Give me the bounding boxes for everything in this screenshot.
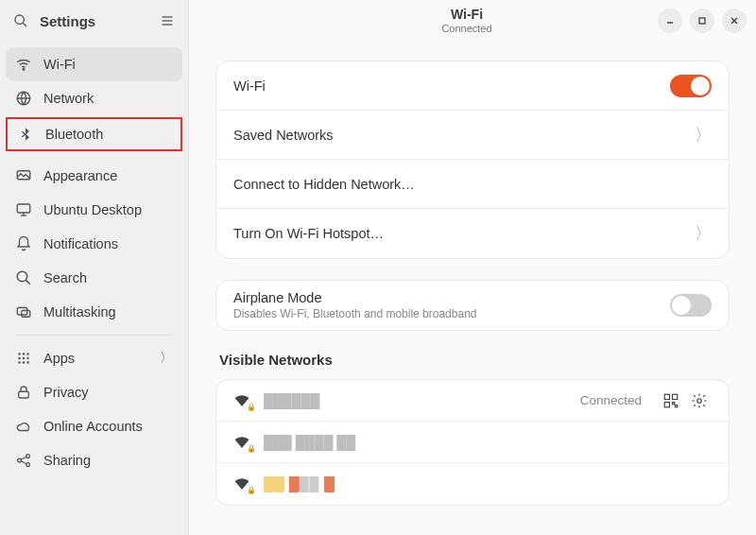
title-text: Wi-Fi <box>451 8 483 22</box>
appearance-icon <box>15 167 32 184</box>
svg-line-1 <box>23 23 26 26</box>
qr-code-icon <box>662 392 679 409</box>
sidebar-item-sharing[interactable]: Sharing <box>6 443 182 477</box>
bell-icon <box>15 235 32 252</box>
sidebar-title: Settings <box>34 13 154 29</box>
sidebar-item-label: Network <box>43 91 173 106</box>
svg-point-17 <box>26 353 28 354</box>
svg-line-29 <box>21 461 26 464</box>
network-settings-button[interactable] <box>687 388 712 413</box>
globe-icon <box>15 90 32 107</box>
wifi-toggle[interactable] <box>670 75 712 97</box>
airplane-toggle[interactable] <box>670 294 712 317</box>
minimize-button[interactable] <box>658 9 682 33</box>
content-area: Wi-Fi Saved Networks 〉 Connect to Hidden… <box>189 42 756 535</box>
sidebar-item-privacy[interactable]: Privacy <box>6 375 182 409</box>
grid-icon <box>15 350 32 367</box>
wifi-toggle-row[interactable]: Wi-Fi <box>216 61 729 111</box>
svg-line-12 <box>26 281 30 285</box>
sidebar-item-label: Appearance <box>43 168 173 183</box>
airplane-mode-card: Airplane Mode Disables Wi-Fi, Bluetooth … <box>215 280 730 331</box>
hotspot-row[interactable]: Turn On Wi-Fi Hotspot… 〉 <box>216 209 729 258</box>
airplane-label: Airplane Mode <box>233 290 670 305</box>
network-ssid: ██████ <box>264 393 580 408</box>
svg-point-20 <box>26 357 28 359</box>
maximize-button[interactable] <box>690 9 714 33</box>
close-button[interactable] <box>722 9 747 33</box>
share-icon <box>15 452 32 469</box>
svg-point-16 <box>23 353 25 354</box>
sidebar-item-label: Sharing <box>43 453 173 468</box>
settings-window: Settings Wi-Fi Network <box>0 0 756 535</box>
network-row[interactable]: 🔒 ███ ████ ██ <box>216 422 729 463</box>
sidebar-item-label: Bluetooth <box>45 127 171 142</box>
title-subtitle: Connected <box>441 23 491 34</box>
svg-point-15 <box>18 353 20 354</box>
sidebar-item-label: Wi-Fi <box>43 57 173 72</box>
sidebar-separator <box>15 335 173 336</box>
sidebar-item-apps[interactable]: Apps 〉 <box>6 341 182 375</box>
sidebar-item-multitasking[interactable]: Multitasking <box>6 295 182 329</box>
sidebar-item-label: Ubuntu Desktop <box>43 202 173 217</box>
bluetooth-icon <box>17 126 34 143</box>
row-label: Connect to Hidden Network… <box>233 177 712 192</box>
svg-rect-36 <box>664 402 669 406</box>
lock-badge-icon: 🔒 <box>247 486 256 494</box>
svg-point-0 <box>15 15 24 24</box>
svg-point-18 <box>18 357 20 359</box>
search-button[interactable] <box>8 8 34 34</box>
sidebar-item-label: Privacy <box>43 385 173 400</box>
main-panel: Wi-Fi Connected Wi-Fi Saved Networks <box>189 0 756 535</box>
sidebar-item-online-accounts[interactable]: Online Accounts <box>6 409 182 443</box>
hidden-network-row[interactable]: Connect to Hidden Network… <box>216 160 729 209</box>
sidebar: Settings Wi-Fi Network <box>0 0 189 535</box>
sidebar-item-bluetooth[interactable]: Bluetooth <box>6 117 182 151</box>
sidebar-item-label: Search <box>43 270 173 285</box>
multitasking-icon <box>15 303 32 320</box>
wifi-toggle-label: Wi-Fi <box>233 78 670 94</box>
lock-icon <box>15 384 32 401</box>
network-status: Connected <box>580 393 642 407</box>
sidebar-item-desktop[interactable]: Ubuntu Desktop <box>6 193 182 227</box>
visible-networks-card: 🔒 ██████ Connected 🔒 █ <box>215 379 730 506</box>
svg-rect-31 <box>699 18 705 24</box>
sidebar-item-search[interactable]: Search <box>6 261 182 295</box>
airplane-mode-row[interactable]: Airplane Mode Disables Wi-Fi, Bluetooth … <box>216 281 729 330</box>
network-row[interactable]: 🔒 ██████ Connected <box>216 380 729 422</box>
minimize-icon <box>665 16 675 26</box>
sidebar-item-appearance[interactable]: Appearance <box>6 159 182 193</box>
svg-point-39 <box>697 398 702 403</box>
lock-badge-icon: 🔒 <box>247 403 256 411</box>
sidebar-item-label: Multitasking <box>43 304 173 319</box>
svg-line-28 <box>21 457 26 459</box>
network-ssid: ███ ████ ██ <box>264 435 712 450</box>
svg-rect-34 <box>664 394 669 399</box>
sidebar-item-notifications[interactable]: Notifications <box>6 227 182 261</box>
search-icon <box>13 13 28 28</box>
network-ssid: ██ ███ █ <box>264 476 712 492</box>
svg-point-23 <box>26 361 28 363</box>
svg-point-21 <box>18 361 20 363</box>
wifi-icon <box>15 56 32 73</box>
airplane-sublabel: Disables Wi-Fi, Bluetooth and mobile bro… <box>233 307 670 320</box>
hamburger-button[interactable] <box>154 8 180 34</box>
sidebar-item-network[interactable]: Network <box>6 81 182 115</box>
qr-code-button[interactable] <box>659 388 683 413</box>
wifi-settings-card: Wi-Fi Saved Networks 〉 Connect to Hidden… <box>215 60 730 259</box>
lock-badge-icon: 🔒 <box>247 444 256 453</box>
svg-rect-37 <box>673 402 675 404</box>
svg-point-22 <box>23 361 25 363</box>
chevron-right-icon: 〉 <box>695 124 712 147</box>
chevron-right-icon: 〉 <box>695 222 712 245</box>
network-row[interactable]: 🔒 ██ ███ █ <box>216 463 729 505</box>
hamburger-icon <box>160 13 175 28</box>
svg-rect-38 <box>676 405 678 406</box>
row-label: Saved Networks <box>233 128 695 143</box>
sidebar-item-wifi[interactable]: Wi-Fi <box>6 47 182 81</box>
gear-icon <box>691 392 708 409</box>
svg-rect-35 <box>673 394 678 399</box>
maximize-icon <box>697 16 707 26</box>
svg-rect-24 <box>19 391 29 398</box>
saved-networks-row[interactable]: Saved Networks 〉 <box>216 111 729 160</box>
cloud-icon <box>15 418 32 435</box>
